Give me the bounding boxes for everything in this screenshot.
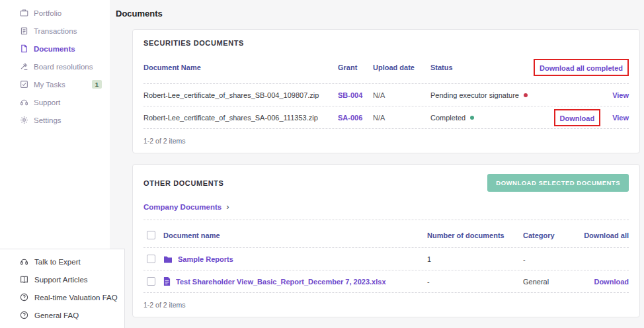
file-link[interactable]: Test Shareholder View_Basic_Report_Decem… xyxy=(176,278,386,286)
breadcrumb: Company Documents › xyxy=(143,202,629,220)
sidebar-footer: Talk to Expert Support Articles Real-tim… xyxy=(0,249,125,328)
question-circle-icon xyxy=(19,311,28,320)
sidebar-item-label: Support xyxy=(34,99,60,106)
column-header-number-of-documents: Number of documents xyxy=(427,231,523,239)
grant-link[interactable]: SB-004 xyxy=(338,91,373,99)
sidebar-item-board-resolutions[interactable]: Board resolutions xyxy=(0,58,110,75)
status-cell: Completed xyxy=(430,114,554,122)
tasks-count-badge: 1 xyxy=(92,80,102,89)
category-cell: - xyxy=(523,255,629,263)
other-documents-card: OTHER DOCUMENTS DOWNLOAD SELECTED DOCUME… xyxy=(132,164,640,317)
sidebar-item-label: Settings xyxy=(34,116,61,124)
status-cell: Pending executor signature xyxy=(430,91,612,99)
book-icon xyxy=(19,275,28,284)
securities-table-header: Document Name Grant Upload date Status D… xyxy=(143,59,629,84)
download-link[interactable]: Download xyxy=(594,278,629,286)
footer-item-support-articles[interactable]: Support Articles xyxy=(0,270,124,288)
document-count-cell: 1 xyxy=(427,255,523,263)
column-header-document-name: Document Name xyxy=(143,63,338,71)
document-name-cell: Robert-Lee_certificate_of_shares_SB-004_… xyxy=(143,91,338,99)
footer-item-talk-to-expert[interactable]: Talk to Expert xyxy=(0,253,124,270)
question-circle-icon xyxy=(19,293,28,302)
status-dot xyxy=(524,93,528,97)
pagination-text: 1-2 of 2 items xyxy=(143,137,629,145)
footer-item-realtime-valuation-faq[interactable]: Real-time Valuation FAQ xyxy=(0,288,124,306)
securities-documents-card: SECURITIES DOCUMENTS Document Name Grant… xyxy=(132,29,640,153)
pagination-text: 1-2 of 2 items xyxy=(143,301,629,309)
row-checkbox[interactable] xyxy=(147,277,155,286)
file-icon xyxy=(163,277,171,286)
transactions-icon xyxy=(19,26,28,36)
download-link[interactable]: Download xyxy=(560,114,595,122)
status-dot xyxy=(470,116,474,120)
footer-item-general-faq[interactable]: General FAQ xyxy=(0,306,124,324)
sidebar-item-label: Documents xyxy=(34,45,75,53)
download-all-header-link[interactable]: Download all xyxy=(584,231,629,239)
upload-date-cell: N/A xyxy=(373,114,430,122)
documents-icon xyxy=(19,44,28,54)
download-all-completed-link[interactable]: Download all completed xyxy=(540,64,623,72)
sidebar-item-documents[interactable]: Documents xyxy=(0,40,110,58)
main-content: Documents SECURITIES DOCUMENTS Document … xyxy=(110,0,644,328)
column-header-grant: Grant xyxy=(338,63,373,71)
other-documents-table-header: Document name Number of documents Catego… xyxy=(143,231,629,248)
securities-card-title: SECURITIES DOCUMENTS xyxy=(143,39,629,47)
sidebar-item-support[interactable]: Support xyxy=(0,93,110,111)
sidebar-item-label: Board resolutions xyxy=(34,63,93,71)
view-link[interactable]: View xyxy=(612,114,629,122)
table-row: Robert-Lee_certificate_of_shares_SA-006_… xyxy=(143,106,629,129)
sidebar-item-label: Portfolio xyxy=(34,9,61,17)
sidebar-item-transactions[interactable]: Transactions xyxy=(0,22,110,40)
table-row: Sample Reports 1 - xyxy=(143,248,629,270)
select-all-checkbox[interactable] xyxy=(147,231,155,239)
sidebar-item-portfolio[interactable]: Portfolio xyxy=(0,4,110,22)
annotation-highlight-box: Download all completed xyxy=(534,59,629,76)
status-text: Pending executor signature xyxy=(430,91,519,99)
document-count-cell: - xyxy=(427,278,523,286)
other-documents-card-title: OTHER DOCUMENTS xyxy=(143,179,223,187)
footer-item-label: Talk to Expert xyxy=(34,258,81,266)
chevron-right-icon: › xyxy=(226,202,229,211)
folder-link[interactable]: Sample Reports xyxy=(178,255,233,263)
grant-link[interactable]: SA-006 xyxy=(338,114,373,122)
tasks-icon xyxy=(19,80,28,89)
download-selected-documents-button[interactable]: DOWNLOAD SELECTED DOCUMENTS xyxy=(487,174,629,192)
view-link[interactable]: View xyxy=(612,91,629,99)
category-cell: General xyxy=(523,278,594,286)
sidebar-item-settings[interactable]: Settings xyxy=(0,111,110,129)
table-row: Test Shareholder View_Basic_Report_Decem… xyxy=(143,270,629,293)
row-checkbox[interactable] xyxy=(147,255,155,263)
app-root: Portfolio Transactions Documents Board r… xyxy=(0,0,644,328)
breadcrumb-company-documents-link[interactable]: Company Documents xyxy=(143,203,221,211)
page-title: Documents xyxy=(116,9,640,19)
portfolio-icon xyxy=(19,9,28,18)
gavel-icon xyxy=(19,62,28,71)
headset-icon xyxy=(19,257,28,266)
sidebar-item-label: My Tasks xyxy=(34,81,65,89)
gear-icon xyxy=(19,116,28,125)
folder-icon xyxy=(163,255,173,263)
headset-icon xyxy=(19,98,28,107)
column-header-document-name: Document name xyxy=(163,231,427,239)
document-name-cell: Robert-Lee_certificate_of_shares_SA-006_… xyxy=(143,114,338,122)
upload-date-cell: N/A xyxy=(373,91,430,99)
column-header-status: Status xyxy=(430,63,534,71)
annotation-highlight-box: Download xyxy=(554,109,601,126)
table-row: Robert-Lee_certificate_of_shares_SB-004_… xyxy=(143,84,629,106)
sidebar-item-my-tasks[interactable]: My Tasks 1 xyxy=(0,75,110,93)
status-text: Completed xyxy=(430,114,465,122)
footer-item-label: General FAQ xyxy=(34,311,79,319)
column-header-upload-date: Upload date xyxy=(373,63,430,71)
sidebar-item-label: Transactions xyxy=(34,27,77,35)
footer-item-label: Real-time Valuation FAQ xyxy=(34,294,118,302)
column-header-category: Category xyxy=(523,231,584,239)
footer-item-label: Support Articles xyxy=(34,276,88,284)
